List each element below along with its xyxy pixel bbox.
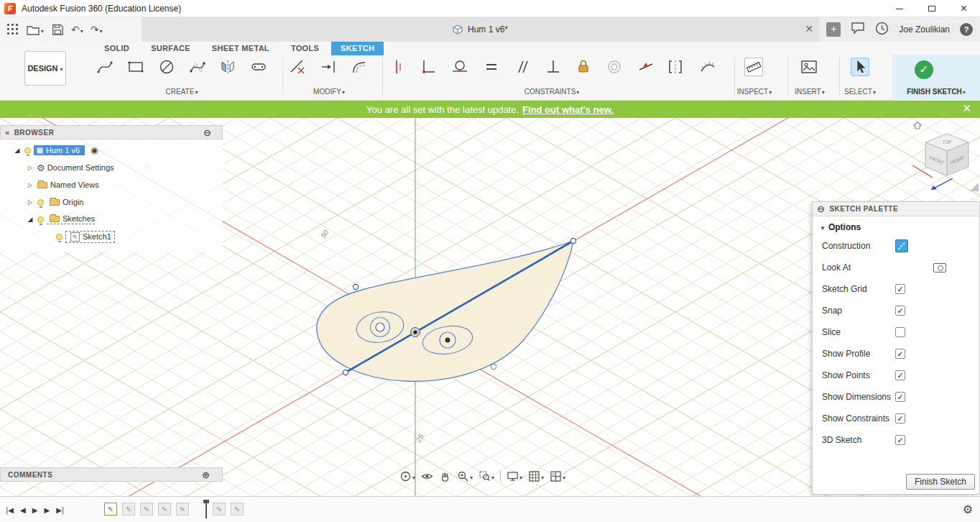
visibility-bulb-icon[interactable] xyxy=(24,147,31,154)
insert-image-button[interactable] xyxy=(800,58,818,76)
perpendicular-constraint-button[interactable] xyxy=(544,58,563,76)
midpoint-constraint-button[interactable] xyxy=(637,58,655,76)
viewports-button[interactable] xyxy=(550,470,565,482)
browser-header[interactable]: « BROWSER ⊖ xyxy=(0,125,223,139)
sketch-grid-checkbox[interactable]: ✓ xyxy=(895,284,905,294)
parallel-constraint-button[interactable] xyxy=(513,58,532,76)
minimize-panel-icon[interactable]: ⊖ xyxy=(203,127,211,138)
extend-button[interactable] xyxy=(319,58,338,76)
tangent-constraint-button[interactable] xyxy=(450,58,469,76)
help-button[interactable]: ? xyxy=(960,23,973,36)
fit-point-spline-button[interactable] xyxy=(96,58,114,76)
create-group-label[interactable]: CREATE xyxy=(147,86,216,96)
timeline-feature[interactable]: ✎ xyxy=(122,503,135,516)
concentric-constraint-button[interactable] xyxy=(605,58,624,76)
offset-button[interactable] xyxy=(350,58,369,76)
activate-component-icon[interactable]: ◉ xyxy=(91,145,98,155)
tree-row-document-settings[interactable]: ▷ ⚙ Document Settings xyxy=(26,160,114,175)
minimize-panel-icon[interactable]: ⊖ xyxy=(817,203,825,214)
show-points-checkbox[interactable]: ✓ xyxy=(895,370,905,380)
root-component-chip[interactable]: Hum 1 v6 xyxy=(34,145,85,155)
tree-row-sketches[interactable]: ◢ Sketches xyxy=(26,211,95,227)
add-comment-icon[interactable]: ⊕ xyxy=(202,470,210,480)
timeline-feature[interactable]: ✎ xyxy=(158,503,171,516)
step-forward-button[interactable]: ▶ xyxy=(44,506,50,514)
home-icon[interactable] xyxy=(914,122,921,129)
tab-solid[interactable]: SOLID xyxy=(95,42,139,55)
snap-checkbox[interactable]: ✓ xyxy=(895,306,905,316)
3d-sketch-checkbox[interactable]: ✓ xyxy=(895,435,905,445)
user-account-button[interactable]: Joe Zoulikian xyxy=(899,24,950,35)
equal-constraint-button[interactable] xyxy=(482,58,501,76)
close-button[interactable]: × xyxy=(948,0,980,17)
document-tab-close-icon[interactable]: ✕ xyxy=(803,23,815,35)
look-at-button[interactable] xyxy=(421,470,433,482)
select-button[interactable] xyxy=(851,58,869,76)
visibility-bulb-icon[interactable] xyxy=(56,234,63,240)
expander-icon[interactable]: ▷ xyxy=(26,182,34,188)
origin-point[interactable] xyxy=(411,328,420,337)
visibility-bulb-icon[interactable] xyxy=(37,216,44,223)
circle-button[interactable] xyxy=(157,58,176,76)
slot-button[interactable] xyxy=(249,58,268,76)
document-tab[interactable]: Hum 1 v6* xyxy=(142,17,819,42)
horizontal-vertical-constraint-button[interactable] xyxy=(389,58,408,76)
new-design-button[interactable]: + xyxy=(826,22,841,37)
modify-group-label[interactable]: MODIFY xyxy=(296,86,362,96)
timeline-feature[interactable]: ✎ xyxy=(213,503,226,516)
expander-icon[interactable]: ▷ xyxy=(26,199,34,206)
inspect-group-label[interactable]: INSPECT xyxy=(723,86,786,96)
measure-button[interactable] xyxy=(744,58,763,76)
coincident-constraint-button[interactable] xyxy=(420,58,438,76)
viewcube-corner-widget[interactable] xyxy=(970,183,979,191)
show-constraints-checkbox[interactable]: ✓ xyxy=(895,413,905,423)
comments-header[interactable]: COMMENTS ⊕ xyxy=(0,467,223,482)
finish-sketch-button[interactable]: ✓ FINISH SKETCH xyxy=(892,55,980,101)
tab-surface[interactable]: SURFACE xyxy=(142,42,200,55)
go-to-end-button[interactable]: ▶| xyxy=(56,506,64,514)
expander-icon[interactable]: ◢ xyxy=(26,216,34,223)
display-settings-button[interactable] xyxy=(507,470,522,482)
curvature-constraint-button[interactable] xyxy=(698,58,717,76)
control-point-spline-button[interactable] xyxy=(188,58,207,76)
timeline-sketch-feature[interactable]: ✎ xyxy=(104,503,117,516)
timeline-feature[interactable]: ✎ xyxy=(176,503,189,516)
view-cube[interactable]: TOP FRONT RIGHT xyxy=(911,121,980,196)
sketch-point[interactable] xyxy=(353,284,358,289)
finish-sketch-button-palette[interactable]: Finish Sketch xyxy=(906,474,975,490)
go-to-start-button[interactable]: |◀ xyxy=(6,506,14,514)
maximize-button[interactable] xyxy=(915,0,948,17)
tab-sheet-metal[interactable]: SHEET METAL xyxy=(203,42,279,55)
tree-row-sketch1[interactable]: ✎ Sketch1 xyxy=(53,229,115,244)
sketch-point[interactable] xyxy=(343,370,348,375)
undo-button[interactable]: ↶ xyxy=(70,20,85,39)
tree-row-origin[interactable]: ▷ Origin xyxy=(26,194,83,210)
sketch-point[interactable] xyxy=(491,364,496,369)
job-status-button[interactable] xyxy=(851,22,865,37)
minimize-button[interactable] xyxy=(883,0,915,17)
timeline-settings-gear-icon[interactable]: ⚙ xyxy=(963,503,973,516)
symmetry-constraint-button[interactable] xyxy=(666,58,685,76)
redo-button[interactable]: ↷ xyxy=(89,20,104,39)
app-grid-button[interactable] xyxy=(6,20,20,39)
slice-checkbox[interactable] xyxy=(895,327,905,337)
notification-center-button[interactable] xyxy=(875,22,889,38)
show-profile-checkbox[interactable]: ✓ xyxy=(895,349,905,359)
grid-settings-button[interactable] xyxy=(528,470,544,482)
tab-tools[interactable]: TOOLS xyxy=(282,42,328,55)
timeline-scrubber[interactable] xyxy=(203,500,209,518)
timeline-feature[interactable]: ✎ xyxy=(140,503,153,516)
banner-link[interactable]: Find out what's new. xyxy=(522,104,614,115)
sketch-canvas[interactable]: 5 50 25 xyxy=(0,118,980,496)
trim-button[interactable] xyxy=(288,58,307,76)
expander-icon[interactable]: ◢ xyxy=(13,147,22,154)
fit-button[interactable] xyxy=(479,470,494,482)
sketch-palette-header[interactable]: ⊖ SKETCH PALETTE xyxy=(813,202,979,216)
fix-constraint-button[interactable] xyxy=(574,58,593,76)
file-menu-button[interactable] xyxy=(24,20,45,39)
mirror-button[interactable] xyxy=(218,58,237,76)
tree-row-named-views[interactable]: ▷ Named Views xyxy=(26,177,99,193)
orbit-button[interactable] xyxy=(399,470,415,482)
select-group-label[interactable]: SELECT xyxy=(831,86,889,96)
constraints-group-label[interactable]: CONSTRAINTS xyxy=(512,86,591,96)
